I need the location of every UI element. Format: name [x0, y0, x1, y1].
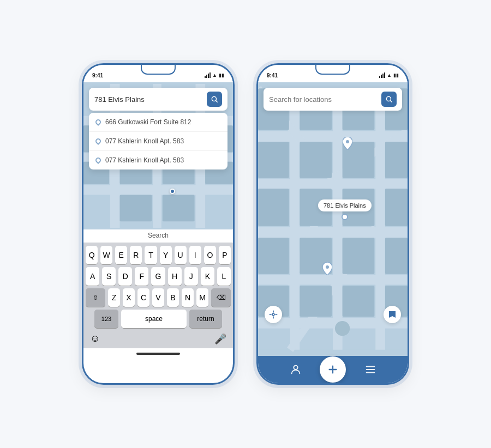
- key-b[interactable]: B: [167, 288, 179, 307]
- svg-rect-47: [385, 238, 408, 274]
- bookmark-button[interactable]: [384, 306, 401, 323]
- status-bar-2: 9:41 ▲ ▮▮: [258, 65, 408, 82]
- key-c[interactable]: C: [137, 288, 149, 307]
- key-row-3: ⇧ Z X C V B N M ⌫: [86, 288, 231, 307]
- key-row-1: Q W E R T Y U I O P: [86, 246, 231, 264]
- key-w[interactable]: W: [100, 246, 112, 264]
- svg-point-62: [294, 366, 297, 370]
- search-bar-1[interactable]: [89, 88, 227, 111]
- key-i[interactable]: I: [189, 246, 201, 264]
- signal-icon: [205, 72, 211, 78]
- svg-rect-40: [258, 189, 289, 226]
- signal-icon-2: [379, 72, 385, 78]
- location-button[interactable]: [265, 306, 282, 323]
- key-y[interactable]: Y: [160, 246, 172, 264]
- svg-point-57: [272, 313, 274, 316]
- battery-icon-2: ▮▮: [393, 72, 399, 78]
- svg-point-52: [335, 321, 350, 336]
- key-delete[interactable]: ⌫: [211, 288, 231, 307]
- key-z[interactable]: Z: [108, 288, 120, 307]
- map-pin-1: [343, 137, 352, 150]
- key-return[interactable]: return: [189, 310, 222, 328]
- phone-2: 9:41 ▲ ▮▮: [256, 63, 409, 385]
- key-shift[interactable]: ⇧: [86, 288, 105, 307]
- pin-icon-map-1: [343, 137, 352, 150]
- time-1: 9:41: [92, 72, 103, 78]
- key-row-4: 123 space return: [86, 310, 231, 328]
- profile-tab[interactable]: [286, 360, 306, 379]
- svg-rect-36: [258, 142, 289, 178]
- mic-icon[interactable]: 🎤: [214, 333, 226, 345]
- key-p[interactable]: P: [219, 246, 231, 264]
- svg-rect-37: [300, 142, 332, 178]
- key-g[interactable]: G: [151, 267, 165, 286]
- status-icons-1: ▲ ▮▮: [205, 72, 224, 78]
- home-bar-1: [83, 348, 233, 359]
- key-s[interactable]: S: [102, 267, 116, 286]
- key-q[interactable]: Q: [86, 246, 98, 264]
- search-input-1[interactable]: [94, 95, 207, 104]
- search-bar-2[interactable]: [264, 88, 402, 111]
- key-n[interactable]: N: [182, 288, 194, 307]
- dropdown-item-3[interactable]: 077 Kshlerin Knoll Apt. 583: [89, 151, 227, 169]
- pin-icon-1: [94, 118, 102, 126]
- search-input-2[interactable]: [269, 95, 381, 104]
- pin-icon-2: [94, 137, 102, 145]
- key-h[interactable]: H: [168, 267, 182, 286]
- key-m[interactable]: M: [196, 288, 208, 307]
- time-2: 9:41: [267, 72, 278, 78]
- svg-rect-49: [300, 286, 332, 317]
- key-x[interactable]: X: [123, 288, 135, 307]
- svg-point-55: [346, 140, 349, 143]
- key-row-2: A S D F G H J K L: [86, 267, 231, 286]
- svg-line-18: [216, 101, 218, 102]
- search-button-1[interactable]: [207, 92, 222, 107]
- key-num[interactable]: 123: [94, 310, 118, 328]
- dropdown-address-1: 666 Gutkowski Fort Suite 812: [105, 118, 191, 126]
- key-l[interactable]: L: [217, 267, 231, 286]
- tab-bar-2: [258, 356, 408, 383]
- map-pin-3: [322, 262, 332, 275]
- dropdown-item-1[interactable]: 666 Gutkowski Fort Suite 812: [89, 113, 227, 132]
- key-f[interactable]: F: [135, 267, 148, 286]
- key-k[interactable]: K: [201, 267, 214, 286]
- dropdown-item-2[interactable]: 077 Kshlerin Knoll Apt. 583: [89, 132, 227, 151]
- status-bar-1: 9:41 ▲ ▮▮: [83, 65, 233, 82]
- map-dot-2: [342, 214, 348, 220]
- svg-point-56: [326, 265, 329, 269]
- key-e[interactable]: E: [115, 246, 127, 264]
- key-o[interactable]: O: [204, 246, 216, 264]
- pin-icon-3: [94, 156, 102, 164]
- svg-rect-12: [163, 195, 195, 221]
- pin-icon-map-3: [322, 262, 332, 275]
- svg-rect-43: [385, 189, 408, 226]
- map-pin-labeled: 781 Elvis Plains: [318, 199, 372, 220]
- svg-rect-44: [258, 238, 289, 274]
- dropdown-address-2: 077 Kshlerin Knoll Apt. 583: [105, 137, 184, 145]
- key-d[interactable]: D: [118, 267, 132, 286]
- key-t[interactable]: T: [145, 246, 157, 264]
- svg-rect-11: [120, 195, 152, 221]
- key-j[interactable]: J: [184, 267, 198, 286]
- wifi-icon: ▲: [212, 72, 217, 78]
- emoji-row: ☺ 🎤: [86, 331, 231, 346]
- add-tab[interactable]: [320, 356, 346, 383]
- map-marker-1: [170, 189, 175, 194]
- key-r[interactable]: R: [130, 246, 142, 264]
- key-a[interactable]: A: [86, 267, 99, 286]
- keyboard-area: Q W E R T Y U I O P A S D F G H J K L ⇧ …: [83, 243, 233, 348]
- key-v[interactable]: V: [152, 288, 164, 307]
- svg-rect-46: [343, 238, 375, 274]
- home-indicator-1: [136, 353, 180, 355]
- keyboard-label: Search: [83, 229, 233, 243]
- key-u[interactable]: U: [175, 246, 187, 264]
- key-space[interactable]: space: [121, 310, 187, 328]
- battery-icon: ▮▮: [219, 72, 224, 78]
- menu-tab[interactable]: [361, 360, 380, 379]
- svg-line-54: [391, 101, 392, 102]
- search-button-2[interactable]: [381, 92, 397, 107]
- status-icons-2: ▲ ▮▮: [379, 72, 399, 78]
- location-label: 781 Elvis Plains: [318, 199, 372, 211]
- phone-1: 9:41 ▲ ▮▮: [82, 63, 235, 385]
- emoji-icon[interactable]: ☺: [90, 333, 100, 345]
